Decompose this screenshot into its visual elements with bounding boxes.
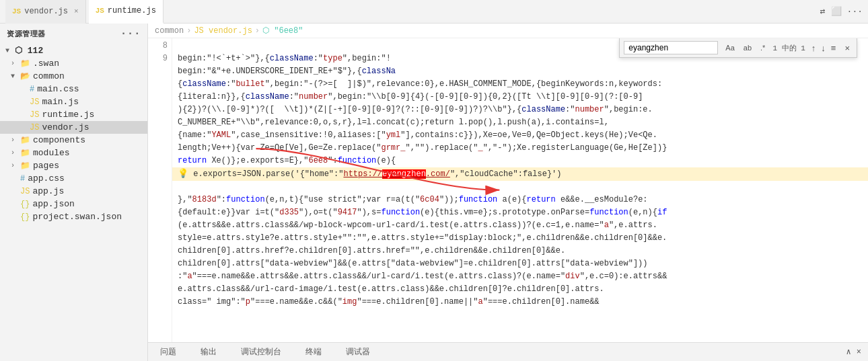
sidebar-item-label-common: common [33,71,65,81]
pages-arrow: › [11,162,20,169]
breadcrumb-symbol: ⬡ "6ee8" [262,26,303,36]
code-line: C_NUMBER_RE+"\\b",relevance:0,o,s,r},l=l… [178,118,609,127]
search-next-btn[interactable]: ↓ [819,42,828,54]
sidebar-item-modules[interactable]: › 📁 modules [0,147,147,159]
js-icon-app: JS [20,187,30,196]
common-arrow: ▼ [11,73,20,80]
sidebar-item-vendor-js[interactable]: JS vendor.js [0,121,147,134]
top-bar: JS vendor.js × JS runtime.js ⇄ ⬜ ··· [0,0,868,24]
sidebar-item-project-json[interactable]: {} project.swan.json [0,210,147,223]
css-icon-app: # [20,174,25,184]
breadcrumb: common › JS vendor.js › ⬡ "6ee8" [148,24,868,38]
sidebar-item-common[interactable]: ▼ 📂 common [0,70,147,83]
search-word-btn[interactable]: ab [740,42,755,53]
bottom-panel: 问题 输出 调试控制台 终端 调试器 ∧ × [148,342,868,361]
sidebar-item-main-js[interactable]: JS main.js [0,95,147,108]
search-input[interactable] [624,41,718,54]
folder-icon-components: 📁 [20,135,30,145]
code-line: {literal:n}},{className:"number",begin:"… [178,92,643,102]
layout-icon[interactable]: ⇄ [820,6,826,17]
js-icon-runtime: JS [96,7,104,15]
sidebar-item-label-app-json: app.json [32,199,74,209]
bottom-tab-output[interactable]: 输出 [195,344,222,360]
sidebar-item-label-main-js: main.js [42,97,79,107]
sidebar-dots[interactable]: ··· [120,28,141,40]
code-content[interactable]: begin:"!<`+t+`>"},{className:"type",begi… [172,38,868,342]
tab-vendor-js[interactable]: JS vendor.js × [5,0,86,24]
sidebar-header: 资源管理器 ··· [0,24,147,44]
content-area: common › JS vendor.js › ⬡ "6ee8" Aa ab .… [148,24,868,361]
search-prev-btn[interactable]: ↑ [809,42,818,54]
search-case-btn[interactable]: Aa [722,42,737,53]
root-label: ⬡ 112 [15,45,43,56]
line-numbers: 8 9 [148,38,172,342]
root-arrow: ▼ [5,47,15,54]
search-close-btn[interactable]: × [842,42,853,54]
more-icon[interactable]: ··· [847,7,863,17]
code-line: children[0].attrs["data-webview"]&&(e.at… [178,259,648,268]
link-eyangzhen[interactable]: https://eyangzhen.com/ [343,169,449,179]
sidebar-item-label-vendor-js: vendor.js [42,122,89,132]
code-editor: 8 9 begin:"!<`+t+`>"},{className:"type",… [148,38,868,342]
swan-arrow: › [11,60,20,67]
sidebar-item-runtime-js[interactable]: JS runtime.js [0,108,147,121]
panel-collapse-btn[interactable]: ∧ [846,347,851,357]
sidebar-title: 资源管理器 [7,29,46,39]
main-layout: 资源管理器 ··· ▼ ⬡ 112 › 📁 .swan ▼ 📂 common #… [0,24,868,361]
folder-icon-modules: 📁 [20,148,30,158]
code-line: style=e.attrs.style?e.attrs.style+"":"",… [178,233,667,243]
search-overlay: Aa ab .* 1 中的 1 ↑ ↓ ≡ × [619,38,857,58]
code-line: class=" img":"p"===e.name&&e.c&&("img"==… [178,297,600,307]
panel-close-btn[interactable]: × [857,348,861,357]
line-num-9: 9 [148,52,168,65]
sidebar-item-label-app-js: app.js [32,186,64,196]
bottom-tab-terminal[interactable]: 终端 [300,344,327,360]
code-line: begin:"&"+e.UNDERSCORE_IDENT_RE+"$"},{cl… [178,67,396,76]
code-line: {default:e}}var i=t("d335"),o=t("9417"),… [178,208,667,217]
search-options: Aa ab .* [722,42,768,53]
tab-runtime-js[interactable]: JS runtime.js [89,0,164,24]
sidebar-item-label-swan: .swan [33,58,59,69]
sidebar-item-main-css[interactable]: # main.css [0,83,147,95]
js-icon: JS [12,7,21,15]
code-line: return Xe()};e.exports=E},"6ee8":functio… [178,156,396,165]
code-line: (e.attrs&&e.attrs.class&&/wp-block-wpcom… [178,220,657,230]
tab-vendor-close[interactable]: × [74,7,79,15]
panel-icon[interactable]: ⬜ [831,6,842,17]
sidebar-item-components[interactable]: › 📁 components [0,134,147,147]
bottom-tab-issues[interactable]: 问题 [155,344,182,360]
css-icon-main: # [30,85,34,94]
folder-icon-common: 📂 [20,71,30,81]
breadcrumb-vendor: JS vendor.js [194,26,252,36]
tree-root[interactable]: ▼ ⬡ 112 [0,44,147,57]
modules-arrow: › [11,149,20,157]
sidebar-item-app-css[interactable]: # app.css [0,172,147,185]
code-line: begin:"!<`+t+`>"},{className:"type",begi… [178,54,391,63]
sidebar-item-app-js[interactable]: JS app.js [0,185,147,198]
sidebar-item-label-project-json: project.swan.json [32,212,122,222]
sidebar-item-label-runtime-js: runtime.js [42,110,94,120]
search-list-btn[interactable]: ≡ [829,42,838,54]
tab-vendor-label: vendor.js [24,7,68,16]
sidebar: 资源管理器 ··· ▼ ⬡ 112 › 📁 .swan ▼ 📂 common #… [0,24,148,361]
editor-container: Aa ab .* 1 中的 1 ↑ ↓ ≡ × [148,38,868,342]
tab-runtime-label: runtime.js [108,6,156,15]
search-regex-btn[interactable]: .* [757,42,768,53]
search-count: 1 中的 1 [772,43,805,53]
js-icon-runtime-sidebar: JS [30,110,39,120]
code-line: e.attrs.class&&/url-card-image/i.test(e.… [178,284,604,294]
code-line: children[0].attrs.href?e.children[0].att… [178,246,565,255]
bottom-tab-debug-console[interactable]: 调试控制台 [236,344,287,360]
sidebar-item-swan[interactable]: › 📁 .swan [0,57,147,70]
code-line: ){2})?(\\.[0-9]*)?([ \\t])*(Z|[-+][0-9][… [178,105,653,114]
json-icon-project: {} [20,212,30,222]
folder-icon-pages: 📁 [20,161,30,171]
sidebar-item-label-modules: modules [33,148,70,158]
json-icon-app: {} [20,200,30,209]
search-nav: ↑ ↓ ≡ [809,42,838,54]
code-line: length;Ve++){var Ze=Qe[Ve],Ge=Ze.replace… [178,143,667,153]
bottom-tab-debugger[interactable]: 调试器 [340,344,375,360]
components-arrow: › [11,136,20,144]
sidebar-item-app-json[interactable]: {} app.json [0,198,147,210]
sidebar-item-pages[interactable]: › 📁 pages [0,159,147,172]
